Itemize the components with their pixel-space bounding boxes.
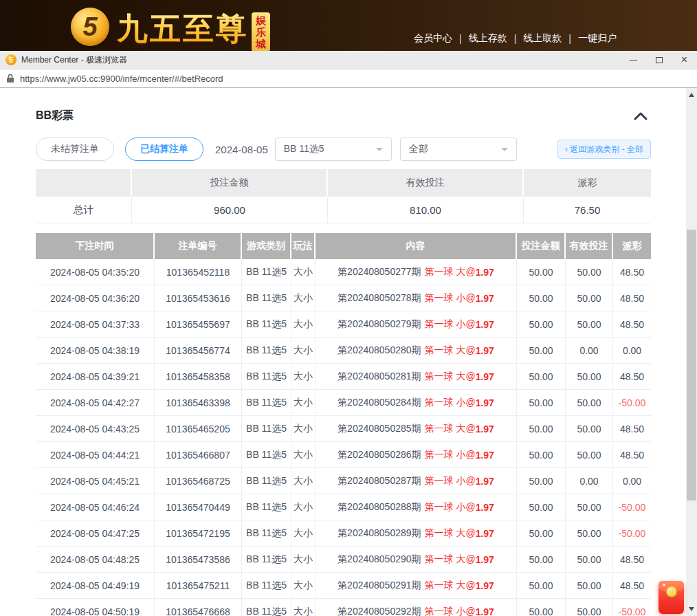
period-text: 第202408050277期 — [338, 266, 421, 278]
settled-bets-button[interactable]: 已结算注单 — [125, 138, 203, 161]
bet-amount-cell: 50.00 — [517, 364, 566, 389]
browser-title-bar: 5 Member Center - 极速浏览器 × — [0, 51, 697, 69]
date-filter[interactable]: 2024-08-05 — [215, 144, 268, 155]
col-header-bet-id: 注单编号 — [155, 233, 242, 259]
payout-cell: 48.50 — [613, 259, 651, 285]
red-envelope-icon[interactable] — [659, 581, 684, 614]
bet-time-cell: 2024-08-05 04:48:25 — [36, 547, 155, 572]
game-type-cell: BB 11选5 — [242, 599, 291, 616]
play-type-select[interactable]: 全部 — [400, 138, 517, 161]
game-type-cell: BB 11选5 — [242, 494, 291, 520]
pick-text: 第一球 大@ — [425, 266, 476, 278]
url-bar[interactable]: https://www.jw05.cc:9900/infe/mcenter/#/… — [0, 69, 697, 88]
scrollbar-thumb[interactable] — [687, 230, 696, 500]
favicon-icon: 5 — [5, 54, 16, 65]
table-row: 2024-08-05 04:45:21 101365468725 BB 11选5… — [36, 468, 651, 494]
table-header-row: 下注时间 注单编号 游戏类别 玩法 内容 投注金额 有效投注 派彩 — [36, 233, 651, 259]
table-row: 2024-08-05 04:50:19 101365476668 BB 11选5… — [36, 599, 651, 616]
play-type-cell: 大小 — [291, 259, 316, 285]
bet-id-cell: 101365465205 — [155, 416, 242, 441]
payout-cell: -50.00 — [613, 599, 651, 616]
bet-amount-cell: 50.00 — [517, 285, 566, 311]
odds-text: 1.97 — [476, 293, 494, 304]
table-row: 2024-08-05 04:43:25 101365465205 BB 11选5… — [36, 416, 651, 442]
page: 5 九五至尊 娱乐城 会员中心 | 线上存款 | 线上取款 | 一键归户 5 M… — [0, 0, 697, 616]
bet-time-cell: 2024-08-05 04:37:33 — [36, 311, 155, 337]
chevron-down-icon — [501, 148, 508, 155]
payout-cell: -50.00 — [613, 390, 651, 415]
valid-bet-cell: 50.00 — [566, 442, 613, 468]
game-type-cell: BB 11选5 — [242, 520, 291, 546]
minimize-icon — [630, 60, 637, 60]
bet-amount-cell: 50.00 — [517, 311, 566, 337]
summary-table: 投注金额 有效投注 派彩 总计 960.00 810.00 76.50 — [36, 169, 651, 223]
maximize-button[interactable] — [646, 51, 672, 69]
url-text: https://www.jw05.cc:9900/infe/mcenter/#/… — [20, 74, 223, 84]
odds-text: 1.97 — [476, 476, 494, 487]
bet-time-cell: 2024-08-05 04:49:19 — [36, 573, 155, 598]
nav-online-deposit[interactable]: 线上存款 — [469, 32, 507, 45]
payout-cell: 48.50 — [613, 364, 651, 389]
odds-text: 1.97 — [476, 450, 494, 461]
bet-amount-cell: 50.00 — [517, 599, 566, 616]
table-row: 2024-08-05 04:44:21 101365466807 BB 11选5… — [36, 442, 651, 468]
period-text: 第202408050291期 — [338, 580, 421, 592]
bet-content-cell: 第202408050279期第一球 小@1.97 — [316, 311, 517, 337]
bet-content-cell: 第202408050288期第一球 小@1.97 — [316, 494, 517, 520]
period-text: 第202408050284期 — [338, 397, 421, 409]
logo-text: 九五至尊 — [117, 8, 249, 50]
bet-amount-cell: 50.00 — [517, 442, 566, 468]
filter-row: 未结算注单 已结算注单 2024-08-05 BB 11选5 全部 ‹ 返回游戏… — [36, 138, 651, 161]
col-header-time: 下注时间 — [36, 233, 155, 259]
summary-total-label: 总计 — [36, 197, 132, 223]
odds-text: 1.97 — [476, 371, 494, 382]
table-row: 2024-08-05 04:46:24 101365470449 BB 11选5… — [36, 494, 651, 520]
logo-badge: 娱乐城 — [252, 12, 270, 51]
col-header-play: 玩法 — [291, 233, 316, 259]
scrollbar-up-icon[interactable] — [689, 93, 694, 97]
period-text: 第202408050289期 — [338, 527, 421, 540]
window-controls: × — [621, 51, 697, 69]
period-text: 第202408050279期 — [338, 318, 421, 331]
period-text: 第202408050292期 — [338, 606, 421, 616]
play-type-cell: 大小 — [291, 573, 316, 598]
valid-bet-cell: 50.00 — [566, 520, 613, 546]
bet-amount-cell: 50.00 — [517, 390, 566, 415]
valid-bet-cell: 0.00 — [566, 468, 613, 494]
period-text: 第202408050287期 — [338, 475, 421, 487]
bet-id-cell: 101365456774 — [155, 338, 242, 363]
valid-bet-cell: 50.00 — [566, 547, 613, 572]
minimize-button[interactable] — [621, 51, 646, 69]
lock-icon — [6, 74, 14, 83]
game-type-value: BB 11选5 — [284, 143, 324, 155]
unsettled-bets-button[interactable]: 未结算注单 — [36, 138, 114, 161]
game-type-cell: BB 11选5 — [242, 442, 291, 468]
play-type-cell: 大小 — [291, 338, 316, 363]
back-to-game-category-button[interactable]: ‹ 返回游戏类别 - 全部 — [557, 140, 651, 159]
bet-time-cell: 2024-08-05 04:39:21 — [36, 364, 155, 389]
vertical-scrollbar[interactable] — [686, 88, 697, 616]
bet-amount-cell: 50.00 — [517, 259, 566, 285]
payout-cell: -50.00 — [613, 494, 651, 520]
bet-id-cell: 101365466807 — [155, 442, 242, 468]
scrollbar-down-icon[interactable] — [689, 607, 694, 611]
close-button[interactable]: × — [672, 51, 697, 69]
pick-text: 第一球 小@ — [425, 292, 476, 305]
game-type-select[interactable]: BB 11选5 — [275, 138, 392, 161]
odds-text: 1.97 — [476, 528, 494, 539]
collapse-chevron-icon[interactable] — [633, 111, 648, 121]
table-row: 2024-08-05 04:48:25 101365473586 BB 11选5… — [36, 547, 651, 573]
nav-separator: | — [568, 33, 571, 44]
nav-online-withdraw[interactable]: 线上取款 — [523, 32, 562, 45]
play-type-cell: 大小 — [291, 599, 316, 616]
bet-id-cell: 101365472195 — [155, 520, 242, 546]
bet-time-cell: 2024-08-05 04:50:19 — [36, 599, 155, 616]
valid-bet-cell: 50.00 — [566, 573, 613, 598]
valid-bet-cell: 0.00 — [566, 338, 613, 363]
nav-one-key-transfer[interactable]: 一键归户 — [578, 32, 617, 45]
page-title: BB彩票 — [36, 109, 74, 123]
table-row: 2024-08-05 04:42:27 101365463398 BB 11选5… — [36, 390, 651, 416]
pick-text: 第一球 小@ — [425, 318, 476, 331]
payout-cell: 48.50 — [613, 311, 651, 337]
nav-member-center[interactable]: 会员中心 — [414, 32, 452, 45]
